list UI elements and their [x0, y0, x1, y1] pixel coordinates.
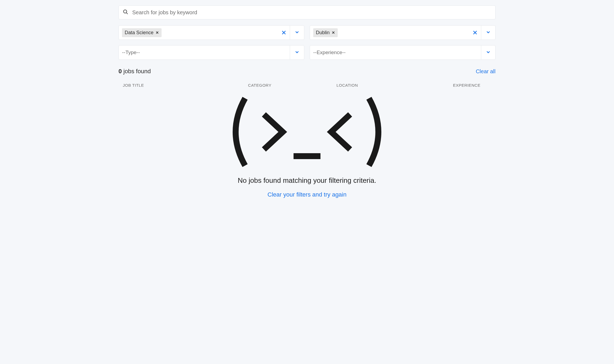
column-location: LOCATION [336, 83, 417, 88]
experience-placeholder: --Experience-- [313, 50, 346, 55]
category-tag[interactable]: Data Science ✕ [122, 28, 162, 37]
category-clear-button[interactable] [278, 26, 290, 40]
location-filter[interactable]: Dublin ✕ [310, 25, 496, 40]
clear-filters-link[interactable]: Clear your filters and try again [118, 191, 496, 198]
search-bar[interactable] [118, 5, 496, 19]
results-count-number: 0 [118, 68, 122, 75]
svg-line-1 [126, 13, 128, 14]
type-placeholder: --Type-- [122, 50, 140, 55]
chevron-down-icon [295, 30, 299, 35]
empty-state: No jobs found matching your filtering cr… [118, 90, 496, 209]
close-icon[interactable]: ✕ [332, 30, 335, 35]
column-job-title: JOB TITLE [123, 83, 248, 88]
search-input[interactable] [132, 9, 491, 16]
column-category: CATEGORY [248, 83, 336, 88]
experience-dropdown-button[interactable] [481, 46, 495, 60]
sad-face-icon [224, 93, 390, 171]
results-count-label: jobs found [122, 68, 151, 75]
column-experience: EXPERIENCE [417, 83, 491, 88]
experience-filter[interactable]: --Experience-- [310, 45, 496, 60]
close-icon[interactable]: ✕ [156, 30, 159, 35]
chevron-down-icon [295, 50, 299, 55]
type-filter[interactable]: --Type-- [118, 45, 304, 60]
results-count: 0 jobs found [118, 68, 151, 75]
location-tag[interactable]: Dublin ✕ [313, 28, 338, 37]
location-dropdown-button[interactable] [481, 26, 495, 40]
category-tag-label: Data Science [125, 30, 154, 36]
svg-point-0 [124, 10, 127, 13]
empty-message: No jobs found matching your filtering cr… [118, 176, 496, 185]
location-tag-label: Dublin [316, 30, 330, 36]
search-icon [123, 9, 132, 16]
table-header: JOB TITLE CATEGORY LOCATION EXPERIENCE [118, 83, 496, 88]
chevron-down-icon [486, 30, 490, 35]
location-clear-button[interactable] [469, 26, 481, 40]
category-dropdown-button[interactable] [290, 26, 304, 40]
type-dropdown-button[interactable] [290, 46, 304, 60]
chevron-down-icon [486, 50, 490, 55]
clear-all-link[interactable]: Clear all [476, 68, 496, 75]
category-filter[interactable]: Data Science ✕ [118, 25, 304, 40]
